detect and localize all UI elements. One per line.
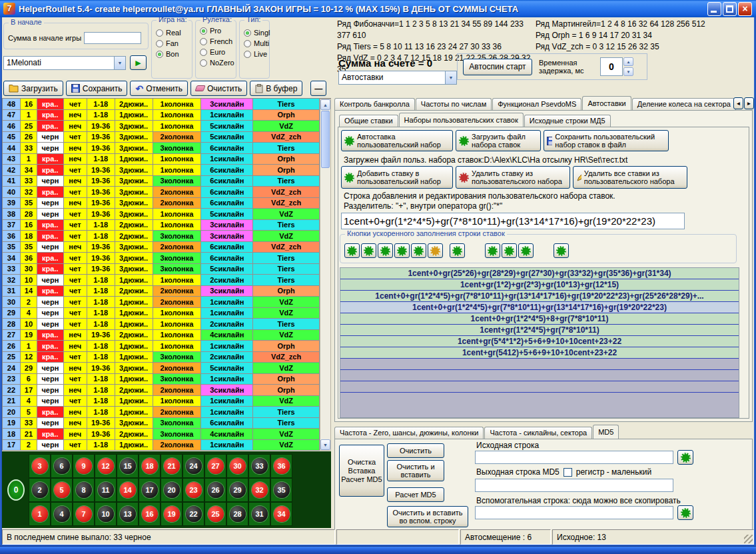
history-row[interactable]: 1821кра..неч19-362дюжи..3колонка4сиклайн… (3, 429, 320, 440)
history-row[interactable]: 471кра..неч1-181дюжи..1колонка1сиклайнOr… (3, 110, 320, 121)
board-cell[interactable]: 27 (204, 454, 226, 478)
chevron-down-icon[interactable]: ▼ (114, 57, 125, 69)
radio-bon[interactable]: Bon (152, 49, 192, 59)
board-cell[interactable]: 18 (139, 454, 161, 478)
autospin-start-button[interactable]: Автоспин старт (463, 59, 532, 75)
history-row[interactable]: 4816кра..чет1-182дюжи..1колонка3сиклайнT… (3, 99, 320, 110)
board-cell[interactable]: 33 (248, 454, 270, 478)
history-row[interactable]: 214чернчет1-181дюжи..1колонка1сиклайнVdZ (3, 396, 320, 407)
history-row[interactable]: 2719кра..неч19-362дюжи..1колонка4сиклайн… (3, 330, 320, 341)
radio-multi[interactable]: Multi (240, 38, 269, 49)
md5-source-input[interactable] (475, 451, 673, 464)
bet-string-row[interactable]: 1cent+0+gr(1*2*4*5)+8+gr(7*8*10*11) (340, 313, 739, 325)
radio-french[interactable]: French (196, 36, 236, 47)
board-cell[interactable]: 14 (117, 478, 139, 502)
scrollbar-thumb[interactable] (321, 111, 330, 168)
main-tab-2[interactable]: Функционал PsevdoMS (492, 98, 581, 110)
quick-chip-button-0[interactable] (344, 243, 360, 258)
board-cell[interactable]: 36 (270, 454, 292, 478)
spin-up-icon[interactable]: ▲ (623, 57, 633, 66)
save-button[interactable]: Сохранить (66, 81, 128, 96)
board-cell[interactable]: 5 (51, 478, 73, 502)
board-cell[interactable]: 17 (139, 478, 161, 502)
quick-chip-button-1[interactable] (361, 243, 376, 258)
board-cell[interactable]: 12 (95, 454, 117, 478)
inner-tab-1[interactable]: Наборы пользовательских ставок (399, 113, 524, 127)
profile-combo[interactable]: 1Melonati ▼ (3, 56, 126, 70)
history-row[interactable]: 2512кра..чет1-181дюжи..3колонка2сиклайнV… (3, 352, 320, 363)
quick-chip-button-5[interactable] (428, 243, 443, 258)
undo-button[interactable]: ↶ Отменить (130, 81, 188, 96)
board-cell[interactable]: 6 (51, 454, 73, 478)
md5-aux-chip-button[interactable] (677, 505, 693, 520)
delay-spinner[interactable]: 0 ▲ ▼ (600, 57, 633, 76)
tabs-scroll-right-icon[interactable]: ► (744, 97, 754, 109)
radio-pro[interactable]: Pro (196, 25, 236, 36)
md5-calc-button[interactable]: Расчет MD5 (387, 487, 444, 502)
history-row[interactable]: 431кра..неч1-181дюжи..1колонка1сиклайнOr… (3, 154, 320, 165)
radio-euro[interactable]: Euro (196, 47, 236, 57)
quick-chip-button-6[interactable] (450, 243, 465, 258)
quick-chip-button-2[interactable] (378, 243, 393, 258)
radio-singl[interactable]: Singl (240, 27, 269, 38)
board-cell[interactable]: 2 (29, 478, 51, 502)
title-bar[interactable]: 7 HelperRoullet 5.4- create helperroulle… (0, 0, 756, 17)
md5-aux-input[interactable] (475, 506, 673, 519)
history-row[interactable]: 2810чернчет1-181дюжи..1колонка2сиклайнTi… (3, 319, 320, 330)
board-cell[interactable]: 13 (117, 502, 139, 526)
bet-string-row[interactable]: 1cent+gr(1*2)+gr(2*3)+gr(10*13)+gr(12*15… (340, 279, 739, 291)
resize-grip[interactable] (744, 535, 753, 543)
register-checkbox[interactable] (564, 468, 572, 477)
board-cell[interactable]: 35 (270, 478, 292, 502)
bet-string-row[interactable]: 1cent+0+gr(1*2*4*5)+gr(7*8*10*11)+gr(13*… (340, 302, 739, 313)
remove-all-stakes-button[interactable]: Удалить все ставки из пользовательского … (573, 166, 687, 189)
board-cell[interactable]: 10 (95, 502, 117, 526)
md5-combo-button[interactable]: Очистка Вставка Расчет MD5 (339, 445, 384, 497)
radio-fan[interactable]: Fan (152, 38, 192, 49)
chevron-down-icon[interactable]: ▼ (445, 71, 456, 84)
bottom-tab-2[interactable]: MD5 (593, 425, 619, 439)
board-cell[interactable]: 9 (73, 454, 95, 478)
quick-chip-button-10[interactable] (554, 243, 569, 258)
copy-buffer-button[interactable]: В буфер (250, 81, 302, 96)
bet-string-row[interactable]: 1cent+gr(1*2*4*5)+gr(7*8*10*11) (340, 325, 739, 336)
history-row[interactable]: 1933черннеч19-363дюжи..3колонка6сиклайнT… (3, 418, 320, 429)
history-row[interactable]: 3618кра..чет1-182дюжи..3колонка3сиклайнV… (3, 231, 320, 242)
board-cell[interactable]: 29 (226, 478, 248, 502)
md5-clear-button[interactable]: Очистить (387, 443, 444, 458)
history-row[interactable]: 3935черннеч19-363дюжи..2колонка6сиклайнV… (3, 198, 320, 209)
history-row[interactable]: 3436кра..чет19-363дюжи..3колонка6сиклайн… (3, 253, 320, 264)
bet-strings-list[interactable]: 1cent+0+gr(25*26)+gr(28*29)+gr(27*30)+gr… (340, 267, 739, 418)
board-cell[interactable]: 30 (226, 454, 248, 478)
remove-stake-button[interactable]: Удалить ставку из пользовательского набо… (456, 166, 570, 189)
history-row[interactable]: 3535черннеч19-363дюжи..2колонка6сиклайнV… (3, 242, 320, 253)
history-row[interactable]: 3828чернчет19-363дюжи..1колонка5сиклайнV… (3, 209, 320, 220)
history-row[interactable]: 4133черннеч19-363дюжи..3колонка6сиклайнT… (3, 176, 320, 187)
history-row[interactable]: 2217черннеч1-182дюжи..2колонка3сиклайнOr… (3, 385, 320, 396)
radio-nozero[interactable]: NoZero (196, 57, 236, 68)
add-stake-button[interactable]: Добавить ставку в пользовательский набор (341, 166, 453, 189)
load-set-file-button[interactable]: Загрузить файл набора ставок (456, 130, 541, 151)
md5-out-input[interactable] (475, 479, 673, 492)
board-cell[interactable]: 8 (73, 478, 95, 502)
history-row[interactable]: 2429черннеч19-363дюжи..2колонка5сиклайнV… (3, 363, 320, 374)
radio-real[interactable]: Real (152, 27, 192, 38)
bottom-tab-0[interactable]: Частота - Zero, шансы, дюжины, колонки (334, 427, 484, 439)
inner-tab-0[interactable]: Общие ставки (339, 115, 398, 127)
history-scrollbar[interactable]: ▲ ▼ (320, 99, 331, 451)
load-button[interactable]: Загрузить (3, 81, 63, 96)
clear-button[interactable]: Очистить (190, 81, 247, 96)
history-row[interactable]: 236чернчет1-181дюжи..3колонка1сиклайнOrp… (3, 374, 320, 385)
quick-chip-button-8[interactable] (502, 243, 517, 258)
history-row[interactable]: 294чернчет1-181дюжи..1колонка1сиклайнVdZ (3, 308, 320, 319)
board-cell[interactable]: 34 (270, 502, 292, 526)
radio-live[interactable]: Live (240, 49, 269, 59)
history-row[interactable]: 261кра..неч1-181дюжи..1колонка1сиклайнOr… (3, 341, 320, 352)
scroll-down-icon[interactable]: ▼ (320, 439, 330, 450)
main-tab-1[interactable]: Частоты по числам (416, 98, 492, 110)
collapse-button[interactable]: — (310, 81, 326, 96)
history-row[interactable]: 4625кра..неч19-363дюжи..1колонка5сиклайн… (3, 121, 320, 132)
main-tab-3[interactable]: Автоставки (582, 96, 631, 110)
history-row[interactable]: 3210чернчет1-181дюжи..1колонка2сиклайнTi… (3, 275, 320, 286)
scroll-up-icon[interactable]: ▲ (320, 99, 330, 110)
